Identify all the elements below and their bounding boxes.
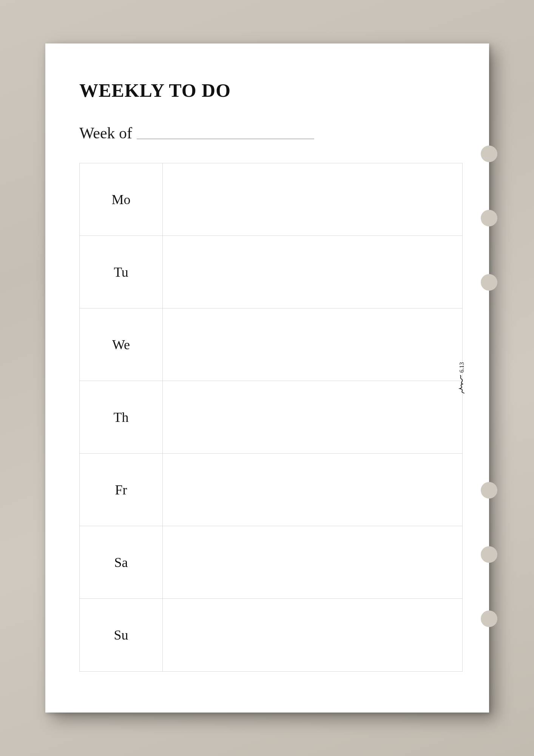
binder-hole-icon <box>481 482 497 499</box>
table-row: Mo <box>80 163 462 236</box>
todo-area-tu[interactable] <box>163 236 462 308</box>
table-row: Tu <box>80 236 462 308</box>
table-row: Th <box>80 381 462 454</box>
day-cell-th: Th <box>80 381 163 453</box>
binder-hole-icon <box>481 210 497 226</box>
todo-area-fr[interactable] <box>163 454 462 526</box>
day-cell-we: We <box>80 308 163 381</box>
day-cell-su: Su <box>80 599 163 671</box>
day-label: Fr <box>115 482 127 498</box>
day-label: Su <box>114 627 128 643</box>
binder-holes <box>481 43 497 713</box>
todo-area-su[interactable] <box>163 599 462 671</box>
table-row: Sa <box>80 526 462 599</box>
todo-area-mo[interactable] <box>163 163 462 235</box>
binder-hole-icon <box>481 546 497 563</box>
table-row: Su <box>80 599 462 671</box>
day-label: Tu <box>114 264 128 280</box>
day-label: Sa <box>114 555 128 570</box>
binder-hole-icon <box>481 274 497 291</box>
week-of-label: Week of <box>79 124 132 142</box>
planner-page: WEEKLY TO DO Week of Mo Tu We Th <box>45 43 489 713</box>
day-label: Th <box>114 409 129 425</box>
table-row: We <box>80 308 462 381</box>
day-cell-fr: Fr <box>80 454 163 526</box>
side-mark-number: 6.13 <box>458 362 465 373</box>
binder-hole-icon <box>481 146 497 162</box>
todo-area-we[interactable] <box>163 308 462 381</box>
weekly-grid: Mo Tu We Th Fr <box>79 163 463 672</box>
week-of-row: Week of <box>79 124 463 142</box>
todo-area-th[interactable] <box>163 381 462 453</box>
week-of-input-line[interactable] <box>137 139 314 139</box>
signature-icon <box>457 375 466 394</box>
day-label: We <box>112 337 130 353</box>
side-mark: 6.13 <box>457 362 466 394</box>
page-title: WEEKLY TO DO <box>79 79 463 101</box>
table-row: Fr <box>80 454 462 526</box>
day-cell-mo: Mo <box>80 163 163 235</box>
day-cell-tu: Tu <box>80 236 163 308</box>
todo-area-sa[interactable] <box>163 526 462 598</box>
day-label: Mo <box>111 192 130 208</box>
day-cell-sa: Sa <box>80 526 163 598</box>
binder-hole-icon <box>481 610 497 627</box>
